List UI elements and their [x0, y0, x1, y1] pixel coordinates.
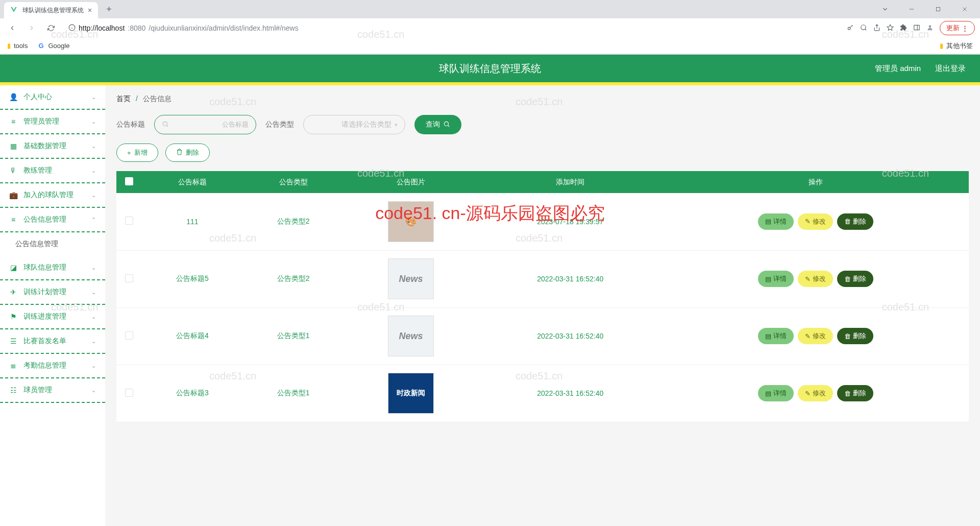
forward-button[interactable] [24, 21, 39, 35]
menu-icon: ☷ [9, 386, 17, 394]
app-body: 👤个人中心⌄≡管理员管理⌄▦基础数据管理⌄🎙教练管理⌄💼加入的球队管理⌄≡公告信… [0, 85, 980, 526]
cell-actions: ▤详情 ✎修改 🗑删除 [663, 307, 969, 365]
zoom-icon[interactable] [860, 24, 867, 33]
trash-icon: 🗑 [844, 390, 851, 397]
row-delete-button[interactable]: 🗑删除 [837, 385, 873, 401]
edit-button[interactable]: ✎修改 [798, 271, 833, 287]
sidebar-item[interactable]: ⚑训练进度管理⌄ [0, 305, 105, 329]
tab-title: 球队训练信息管理系统 [22, 6, 84, 15]
sidebar-item[interactable]: 🎙教练管理⌄ [0, 159, 105, 183]
delete-button[interactable]: 删除 [165, 144, 210, 162]
table-row: 公告标题5 公告类型2 News 2022-03-31 16:52:40 ▤详情… [116, 250, 969, 307]
sidebar-item[interactable]: ≡管理员管理⌄ [0, 110, 105, 134]
vue-favicon-icon [10, 6, 18, 14]
row-checkbox[interactable] [125, 217, 133, 225]
minimize-icon[interactable] [900, 2, 923, 17]
type-filter-select[interactable]: 请选择公告类型 ▾ [303, 115, 405, 134]
table-row: 公告标题3 公告类型1 时政新闻 2022-03-31 16:52:40 ▤详情… [116, 365, 969, 422]
chevron-down-icon[interactable] [874, 2, 896, 17]
sidebar-subitem[interactable]: 公告信息管理 [0, 232, 105, 256]
tab-close-icon[interactable]: × [88, 6, 92, 14]
doc-icon: ▤ [765, 275, 771, 283]
share-icon[interactable] [873, 24, 880, 33]
url-host: http://localhost [79, 24, 125, 32]
logout-link[interactable]: 退出登录 [935, 64, 966, 74]
search-icon [162, 121, 169, 129]
star-icon[interactable] [887, 24, 894, 33]
select-all-checkbox[interactable] [125, 177, 133, 185]
breadcrumb-sep: / [136, 94, 138, 103]
edit-button[interactable]: ✎修改 [798, 328, 833, 344]
site-info-icon[interactable] [68, 24, 76, 33]
browser-tab[interactable]: 球队训练信息管理系统 × [4, 2, 98, 18]
table-header-cell [116, 171, 142, 193]
reload-button[interactable] [44, 21, 58, 35]
cell-actions: ▤详情 ✎修改 🗑删除 [663, 365, 969, 422]
sidebar-item[interactable]: ≡公告信息管理⌃ [0, 208, 105, 232]
cell-time: 2023-07-18 19:39:57 [478, 193, 663, 250]
cell-type: 公告类型2 [243, 193, 344, 250]
row-checkbox[interactable] [125, 331, 133, 340]
row-checkbox[interactable] [125, 389, 133, 397]
row-delete-button[interactable]: 🗑删除 [837, 328, 873, 344]
update-button[interactable]: 更新⋮ [940, 21, 975, 35]
row-image: 🎨 [388, 201, 434, 242]
toolbar-icons: 更新⋮ [847, 21, 975, 35]
key-icon[interactable] [847, 24, 854, 33]
sidebar-item[interactable]: ▦基础数据管理⌄ [0, 134, 105, 159]
edit-icon: ✎ [805, 390, 811, 397]
admin-label[interactable]: 管理员 admin [875, 64, 921, 74]
sidebar-item[interactable]: ✈训练计划管理⌄ [0, 280, 105, 305]
row-delete-button[interactable]: 🗑删除 [837, 271, 873, 287]
maximize-icon[interactable] [927, 2, 949, 17]
edit-button[interactable]: ✎修改 [798, 385, 833, 401]
add-button[interactable]: +新增 [116, 144, 158, 162]
search-icon [443, 121, 450, 129]
trash-icon: 🗑 [844, 275, 851, 283]
bookmark-google[interactable]: GGoogle [37, 42, 69, 50]
sidebar-item[interactable]: 💼加入的球队管理⌄ [0, 183, 105, 208]
data-table: 公告标题公告类型公告图片添加时间操作 111 公告类型2 🎨 2023-07-1… [116, 171, 969, 422]
breadcrumb-home[interactable]: 首页 [116, 94, 131, 103]
detail-button[interactable]: ▤详情 [758, 385, 794, 401]
chevron-down-icon: ⌄ [91, 94, 96, 101]
edit-button[interactable]: ✎修改 [798, 213, 833, 230]
detail-button[interactable]: ▤详情 [758, 328, 794, 344]
google-icon: G [37, 42, 45, 50]
table-header-cell: 公告类型 [243, 171, 344, 193]
sidebar-item[interactable]: 👤个人中心⌄ [0, 85, 105, 110]
cell-type: 公告类型1 [243, 365, 344, 422]
detail-button[interactable]: ▤详情 [758, 213, 794, 230]
sidebar-item[interactable]: ≣考勤信息管理⌄ [0, 354, 105, 378]
app-header: 球队训练信息管理系统 管理员 admin 退出登录 [0, 55, 980, 82]
side-panel-icon[interactable] [913, 24, 920, 33]
bookmark-tools[interactable]: ▮tools [7, 42, 28, 50]
sidebar-item[interactable]: ☰比赛首发名单⌄ [0, 329, 105, 354]
bookmark-other[interactable]: ▮其他书签 [940, 41, 973, 51]
row-delete-button[interactable]: 🗑删除 [837, 213, 873, 230]
menu-label: 考勤信息管理 [23, 361, 66, 370]
query-button[interactable]: 查询 [414, 115, 461, 134]
cell-title: 111 [142, 193, 243, 250]
table-row: 公告标题4 公告类型1 News 2022-03-31 16:52:40 ▤详情… [116, 307, 969, 365]
chevron-down-icon: ⌄ [91, 118, 96, 125]
detail-button[interactable]: ▤详情 [758, 271, 794, 287]
profile-icon[interactable] [926, 24, 934, 33]
menu-label: 训练进度管理 [23, 312, 66, 321]
extensions-icon[interactable] [900, 24, 907, 33]
close-window-icon[interactable] [953, 2, 976, 17]
back-button[interactable] [5, 21, 19, 35]
new-tab-button[interactable]: + [102, 2, 116, 17]
chevron-down-icon: ⌄ [91, 338, 96, 345]
menu-label: 基础数据管理 [23, 141, 66, 151]
sidebar-item[interactable]: ☷球员管理⌄ [0, 378, 105, 403]
title-filter-input[interactable]: 公告标题 [154, 115, 256, 134]
sidebar-item[interactable]: ◪球队信息管理⌄ [0, 256, 105, 280]
menu-icon: ≣ [9, 362, 17, 370]
folder-icon: ▮ [7, 42, 11, 50]
url-input[interactable]: http://localhost:8080/qiuduixunlianxinxi… [63, 22, 842, 35]
chevron-down-icon: ⌄ [91, 387, 96, 394]
menu-icon: ✈ [9, 288, 17, 296]
menu-label: 加入的球队管理 [23, 190, 74, 200]
row-checkbox[interactable] [125, 274, 133, 282]
